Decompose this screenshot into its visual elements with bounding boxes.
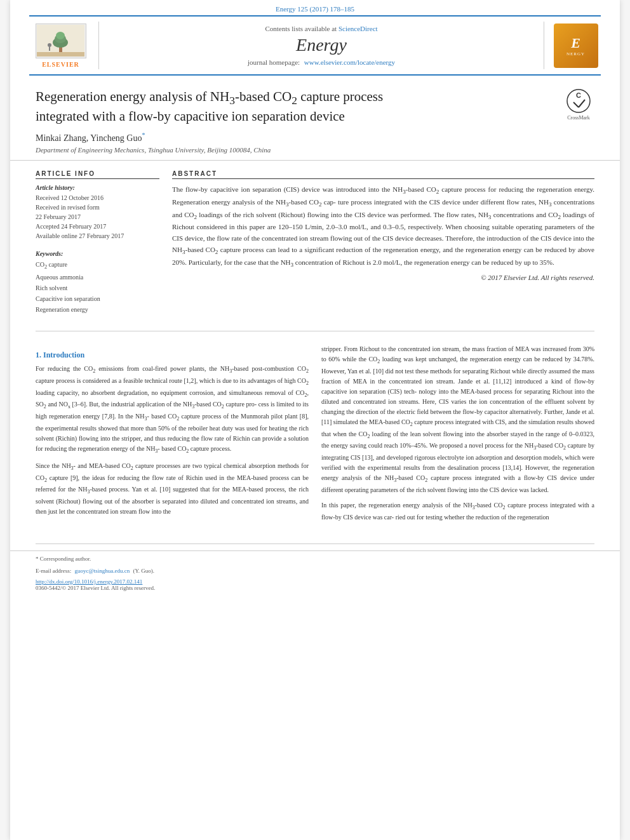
body-content: 1. Introduction For reducing the CO2 emi… — [10, 338, 620, 540]
email-link[interactable]: guoyc@tsinghua.edu.cn — [74, 568, 130, 574]
abstract-header: ABSTRACT — [172, 170, 594, 179]
energy-logo-letter: E — [571, 35, 580, 51]
info-abstract-section: ARTICLE INFO Article history: Received 1… — [10, 161, 620, 324]
abstract-text: The flow-by capacitive ion separation (C… — [172, 184, 594, 284]
elsevier-image — [36, 23, 86, 58]
body-left-col: 1. Introduction For reducing the CO2 emi… — [36, 344, 309, 528]
journal-title-area: Contents lists available at ScienceDirec… — [99, 22, 544, 69]
keyword-cis: Capacitive ion separation — [36, 293, 159, 304]
keyword-regen: Regeneration energy — [36, 304, 159, 315]
elsevier-tree-svg — [37, 25, 84, 57]
article-title-text: Regeneration energy analysis of NH3-base… — [36, 88, 556, 154]
homepage-text: journal homepage: — [248, 58, 300, 66]
footer-section: * Corresponding author. E-mail address: … — [10, 550, 620, 591]
elsevier-label: ELSEVIER — [42, 61, 79, 68]
sciencedirect-link[interactable]: ScienceDirect — [338, 25, 378, 32]
crossmark-svg: C — [566, 88, 591, 114]
article-authors: Minkai Zhang, Yincheng Guo* — [36, 131, 556, 143]
homepage-link[interactable]: www.elsevier.com/locate/energy — [304, 58, 395, 66]
article-affiliation: Department of Engineering Mechanics, Tsi… — [36, 146, 556, 154]
svg-rect-7 — [49, 47, 50, 51]
citation-text: Energy 125 (2017) 178–185 — [276, 5, 354, 13]
doi-line[interactable]: http://dx.doi.org/10.1016/j.energy.2017.… — [36, 578, 594, 585]
body-two-col: 1. Introduction For reducing the CO2 emi… — [36, 344, 594, 528]
abstract-column: ABSTRACT The flow-by capacitive ion sepa… — [172, 170, 594, 315]
email-label: E-mail address: — [36, 568, 71, 574]
section1-label: Introduction — [43, 350, 84, 359]
available-online: Available online 27 February 2017 — [36, 231, 159, 241]
body-para-1: For reducing the CO2 emissions from coal… — [36, 364, 309, 456]
article-history-block: Article history: Received 12 October 201… — [36, 184, 159, 241]
keyword-ammonia: Aqueous ammonia — [36, 272, 159, 283]
energy-badge-area: E NERGY — [544, 22, 601, 69]
corresponding-label: * Corresponding author. — [36, 556, 91, 562]
svg-point-6 — [48, 43, 51, 47]
section1-title: 1. Introduction — [36, 350, 309, 360]
corresponding-author-note: * Corresponding author. — [36, 555, 594, 564]
section1-number: 1. — [36, 350, 43, 359]
body-right-col: stripper. From Richout to the concentrat… — [321, 344, 594, 528]
svg-line-11 — [579, 100, 585, 107]
homepage-line: journal homepage: www.elsevier.com/locat… — [248, 58, 395, 66]
svg-point-4 — [56, 32, 65, 39]
contents-line: Contents lists available at ScienceDirec… — [265, 25, 377, 32]
crossmark-area[interactable]: C CrossMark — [563, 88, 594, 121]
journal-header: ELSEVIER Contents lists available at Sci… — [29, 15, 601, 76]
body-para-right-1: stripper. From Richout to the concentrat… — [321, 344, 594, 495]
revised-label: Received in revised form — [36, 203, 159, 212]
citation-bar: Energy 125 (2017) 178–185 — [10, 0, 620, 15]
article-title-section: Regeneration energy analysis of NH3-base… — [10, 76, 620, 161]
keywords-block: Keywords: CO2 capture Aqueous ammonia Ri… — [36, 250, 159, 315]
section-divider — [36, 331, 594, 331]
received-2: 22 February 2017 — [36, 212, 159, 222]
accepted: Accepted 24 February 2017 — [36, 222, 159, 231]
body-para-2: Since the NH3- and MEA-based CO2 capture… — [36, 461, 309, 517]
keywords-label: Keywords: — [36, 250, 159, 257]
svg-rect-5 — [37, 52, 84, 57]
title-line2: integrated with a flow-by capacitive ion… — [36, 109, 345, 124]
contents-text: Contents lists available at — [265, 25, 337, 32]
received-1: Received 12 October 2016 — [36, 193, 159, 203]
keyword-co2: CO2 capture — [36, 259, 159, 272]
elsevier-logo-area: ELSEVIER — [29, 22, 99, 69]
copyright-line: © 2017 Elsevier Ltd. All rights reserved… — [172, 272, 594, 284]
keyword-rich-solvent: Rich solvent — [36, 283, 159, 293]
email-name: (Y. Guo). — [133, 568, 155, 574]
email-note: E-mail address: guoyc@tsinghua.edu.cn (Y… — [36, 567, 594, 576]
energy-badge: E NERGY — [554, 23, 598, 68]
journal-title: Energy — [296, 35, 347, 55]
article-info-column: ARTICLE INFO Article history: Received 1… — [36, 170, 159, 315]
article-main-title: Regeneration energy analysis of NH3-base… — [36, 88, 556, 125]
article-page: Energy 125 (2017) 178–185 — [10, 0, 620, 840]
issn-line: 0360-5442/© 2017 Elsevier Ltd. All right… — [36, 585, 594, 591]
doi-link[interactable]: http://dx.doi.org/10.1016/j.energy.2017.… — [36, 578, 142, 585]
elsevier-logo: ELSEVIER — [36, 23, 86, 68]
svg-line-10 — [573, 102, 579, 107]
history-label: Article history: — [36, 184, 159, 191]
svg-text:C: C — [576, 91, 581, 99]
crossmark-label: CrossMark — [567, 115, 590, 121]
body-para-right-2: In this paper, the regeneration energy a… — [321, 500, 594, 523]
corresponding-star: * — [142, 131, 145, 138]
article-info-header: ARTICLE INFO — [36, 170, 159, 179]
energy-logo-text: NERGY — [566, 51, 585, 57]
